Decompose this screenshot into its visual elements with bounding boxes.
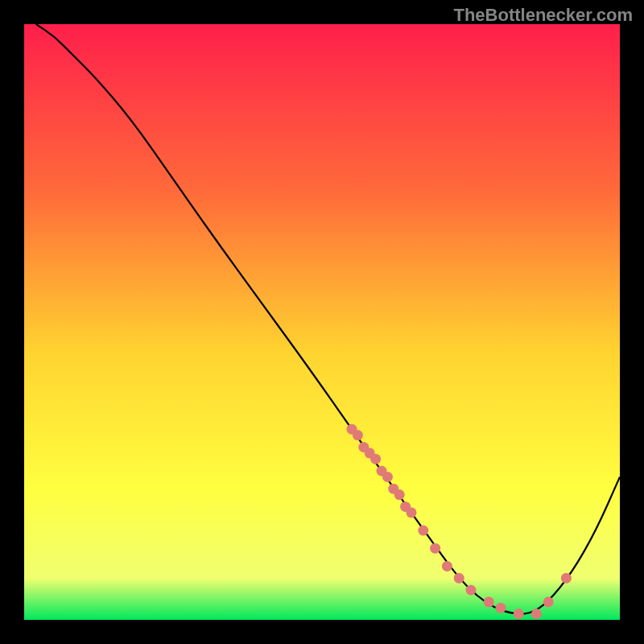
scatter-dot	[561, 573, 572, 584]
scatter-dot	[496, 603, 506, 613]
bottleneck-chart	[24, 24, 620, 620]
scatter-dot	[484, 597, 494, 607]
scatter-dot	[442, 561, 452, 572]
scatter-dot	[394, 489, 405, 500]
scatter-dot	[466, 585, 477, 596]
scatter-dot	[353, 430, 363, 440]
scatter-dot	[418, 526, 428, 536]
scatter-dot	[531, 609, 542, 619]
scatter-dot	[514, 609, 524, 619]
chart-container: TheBottlenecker.com	[0, 0, 644, 644]
scatter-dot	[454, 573, 464, 584]
scatter-dot	[430, 543, 440, 554]
scatter-dot	[382, 472, 393, 482]
attribution-label: TheBottlenecker.com	[453, 5, 633, 26]
scatter-dot	[407, 507, 417, 518]
scatter-dot	[370, 454, 381, 464]
scatter-dot	[543, 597, 554, 607]
gradient-background	[24, 24, 620, 620]
